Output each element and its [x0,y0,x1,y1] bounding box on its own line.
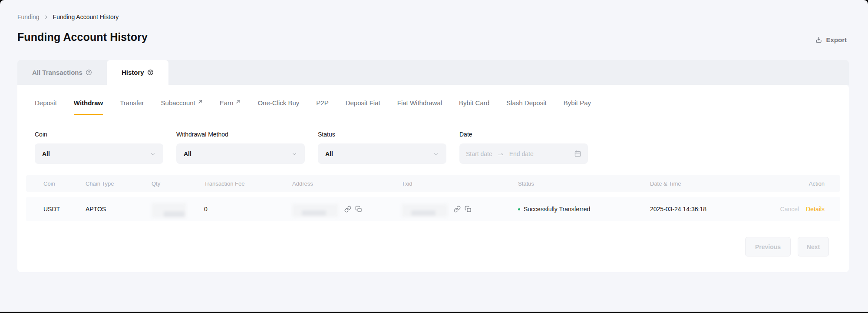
status-filter: Status All [318,131,446,164]
date-range-picker[interactable]: Start date End date [459,143,588,164]
col-header-transaction-fee: Transaction Fee [204,180,292,187]
pagination: Previous Next [17,221,849,256]
page-title: Funding Account History [17,31,148,43]
cell-coin: USDT [43,206,86,213]
chevron-right-icon [43,14,49,20]
subtab-earn[interactable]: Earn [220,85,241,121]
export-button[interactable]: Export [815,36,847,43]
status-select[interactable]: All [318,143,446,164]
date-filter-label: Date [459,131,588,138]
col-header-datetime: Date & Time [650,180,772,187]
previous-page-button[interactable]: Previous [745,237,791,256]
tab-all-transactions[interactable]: All Transactions [17,60,107,85]
cell-txid [402,201,518,217]
redacted-qty [152,203,186,218]
col-header-chain-type: Chain Type [86,180,152,187]
redacted-txid [402,204,448,217]
tab-history-label: History [122,69,144,76]
col-header-status: Status [518,180,650,187]
subtab-deposit-fiat[interactable]: Deposit Fiat [346,85,380,121]
tab-history[interactable]: History [107,60,168,85]
subtab-fiat-withdrawal[interactable]: Fiat Withdrawal [397,85,442,121]
subtab-withdraw[interactable]: Withdraw [74,85,103,121]
funding-history-page: Funding Funding Account History Funding … [0,0,868,312]
col-header-coin: Coin [43,180,86,187]
details-link[interactable]: Details [806,206,825,213]
txid-link-icon[interactable] [454,206,461,213]
tab-all-transactions-label: All Transactions [32,69,83,76]
address-link-icon[interactable] [344,206,351,213]
subtab-bybit-card[interactable]: Bybit Card [459,85,489,121]
withdrawal-method-select[interactable]: All [176,143,305,164]
col-header-txid: Txid [402,180,518,187]
breadcrumb-current: Funding Account History [53,13,119,20]
export-label: Export [826,36,847,43]
subtab-deposit[interactable]: Deposit [35,85,57,121]
status-filter-label: Status [318,131,446,138]
subtab-earn-label: Earn [220,99,234,107]
coin-filter: Coin All [35,131,163,164]
col-header-qty: Qty [152,180,204,187]
status-text: Successfully Transferred [524,206,590,213]
history-type-nav: Deposit Withdraw Transfer Subaccount Ear… [17,85,849,121]
chevron-down-icon [433,151,439,157]
table-row: USDT APTOS 0 [26,197,840,221]
txid-copy-icon[interactable] [465,206,472,213]
cell-chain-type: APTOS [86,206,152,213]
title-row: Funding Account History Export [0,20,868,43]
filters-row: Coin All Withdrawal Method All [17,121,849,164]
subtab-p2p[interactable]: P2P [316,85,328,121]
help-icon[interactable] [86,69,92,76]
cell-address [292,201,402,217]
help-icon[interactable] [147,69,154,76]
cell-action: Cancel Details [772,206,825,213]
start-date-input[interactable]: Start date [466,150,492,157]
coin-select[interactable]: All [35,143,163,164]
external-link-icon [198,102,203,104]
status-dot-icon [518,208,520,210]
cell-qty [152,200,204,218]
cell-datetime: 2025-03-24 14:36:18 [650,206,772,213]
calendar-icon[interactable] [574,150,581,157]
download-icon [815,36,822,43]
redacted-address [292,204,338,217]
end-date-input[interactable]: End date [509,150,534,157]
subtab-slash-deposit[interactable]: Slash Deposit [506,85,547,121]
breadcrumb: Funding Funding Account History [0,0,868,20]
withdrawal-method-value: All [184,150,191,157]
account-tabs: All Transactions History [17,60,849,85]
cancel-link[interactable]: Cancel [780,206,799,213]
chevron-down-icon [291,151,297,157]
status-select-value: All [325,150,333,157]
subtab-transfer[interactable]: Transfer [120,85,144,121]
date-filter: Date Start date End date [459,131,588,164]
coin-filter-label: Coin [35,131,163,138]
breadcrumb-funding[interactable]: Funding [17,13,40,20]
history-card: Deposit Withdraw Transfer Subaccount Ear… [17,85,849,272]
address-copy-icon[interactable] [355,206,362,213]
external-link-icon [235,102,241,104]
subtab-subaccount[interactable]: Subaccount [161,85,203,121]
withdrawal-method-label: Withdrawal Method [176,131,305,138]
cell-transaction-fee: 0 [204,206,292,213]
col-header-address: Address [292,180,402,187]
subtab-subaccount-label: Subaccount [161,99,195,107]
col-header-action: Action [772,180,825,187]
withdrawal-method-filter: Withdrawal Method All [176,131,305,164]
table-header-row: Coin Chain Type Qty Transaction Fee Addr… [26,175,840,192]
coin-select-value: All [42,150,50,157]
next-page-button[interactable]: Next [798,237,829,256]
chevron-down-icon [150,151,156,157]
withdraw-history-table: Coin Chain Type Qty Transaction Fee Addr… [26,175,840,221]
subtab-bybit-pay[interactable]: Bybit Pay [564,85,591,121]
subtab-one-click-buy[interactable]: One-Click Buy [257,85,299,121]
cell-status: Successfully Transferred [518,206,650,213]
arrow-right-icon [498,151,504,156]
